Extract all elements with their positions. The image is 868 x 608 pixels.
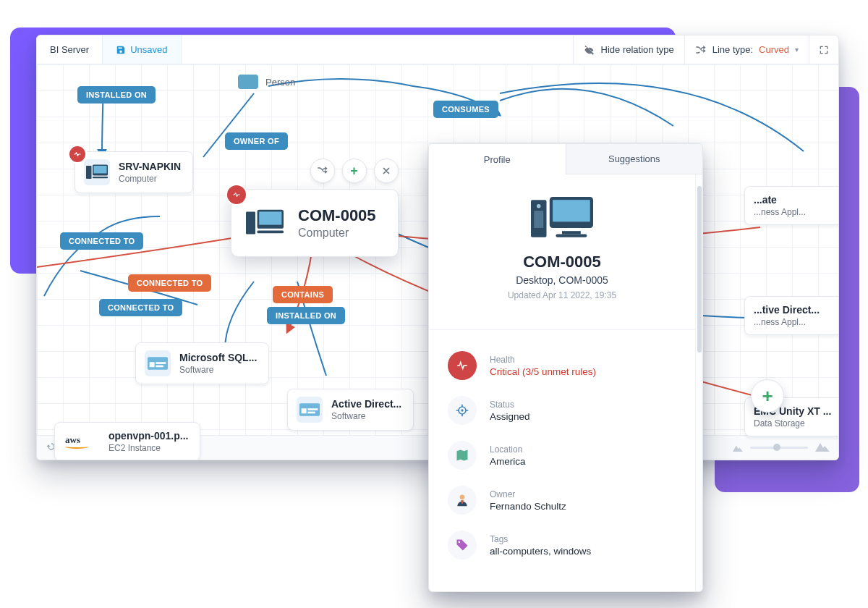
svg-rect-3	[93, 177, 108, 178]
svg-point-25	[460, 495, 465, 500]
node-edge-ad-sub: ...ness Appl...	[754, 317, 820, 327]
svg-rect-6	[156, 362, 166, 364]
panel-tab-suggestions[interactable]: Suggestions	[566, 144, 703, 174]
prop-status: Status Assigned	[448, 388, 676, 433]
prop-owner-label: Owner	[490, 489, 566, 499]
panel-tabs: Profile Suggestions	[429, 144, 702, 174]
eye-off-icon	[584, 44, 595, 56]
node-person-label: Person	[265, 77, 295, 88]
line-type-prefix: Line type:	[712, 44, 753, 55]
edge-label-installed-on-2: INSTALLED ON	[267, 307, 345, 324]
edge-label-owner-of: OWNER OF	[225, 132, 288, 150]
focal-node-com-0005[interactable]: COM-0005 Computer	[231, 189, 399, 257]
hide-relation-type-button[interactable]: Hide relation type	[573, 35, 684, 64]
tab-unsaved[interactable]: Unsaved	[103, 35, 181, 64]
edge-label-consumes: CONSUMES	[433, 101, 498, 118]
health-critical-icon	[69, 146, 85, 162]
focal-wrap: + COM-0005 Computer	[231, 159, 399, 257]
zoom-control[interactable]	[733, 442, 830, 455]
node-edge-gate[interactable]: ...ate ...ness Appl...	[744, 186, 839, 225]
aws-icon: aws	[61, 434, 100, 449]
focal-shuffle-button[interactable]	[310, 159, 335, 183]
svg-point-17	[537, 204, 541, 208]
shuffle-icon	[317, 165, 328, 177]
focal-title: COM-0005	[298, 206, 376, 225]
node-srv-napkin-sub: Computer	[119, 174, 181, 184]
computer-icon	[244, 203, 285, 243]
save-icon	[116, 45, 126, 55]
computer-icon	[448, 196, 676, 241]
node-edge-gate-title: ...ate	[754, 194, 806, 206]
node-openvpn-title: openvpn-001.p...	[109, 430, 188, 442]
svg-rect-14	[259, 211, 281, 224]
panel-title: COM-0005	[448, 253, 676, 271]
target-icon	[448, 396, 477, 425]
scrollbar-thumb[interactable]	[697, 186, 702, 352]
node-edge-gate-sub: ...ness Appl...	[754, 207, 806, 217]
mountain-small-icon	[733, 442, 743, 455]
node-ad-sub: Software	[331, 411, 401, 421]
fullscreen-button[interactable]	[809, 35, 838, 64]
prop-health-label: Health	[490, 355, 596, 365]
prop-tags-label: Tags	[490, 534, 591, 544]
software-icon	[145, 350, 171, 376]
tab-unsaved-label: Unsaved	[130, 44, 167, 55]
tab-bi-server-label: BI Server	[50, 44, 89, 55]
shuffle-icon	[695, 44, 707, 56]
svg-rect-5	[150, 362, 155, 367]
fullscreen-icon	[818, 44, 830, 56]
node-ad[interactable]: Active Direct... Software	[287, 389, 414, 431]
prop-location-label: Location	[490, 444, 526, 455]
prop-status-value: Assigned	[490, 411, 530, 422]
person-icon	[448, 486, 477, 515]
svg-rect-11	[307, 412, 315, 414]
toolbar: BI Server Unsaved Hide relation type	[37, 35, 838, 64]
node-mssql[interactable]: Microsoft SQL... Software	[135, 342, 269, 384]
node-edge-ad[interactable]: ...tive Direct... ...ness Appl...	[744, 296, 839, 335]
node-person[interactable]: Person	[237, 73, 304, 90]
panel-tab-profile[interactable]: Profile	[429, 144, 566, 174]
svg-rect-15	[258, 230, 284, 233]
panel-header: COM-0005 Desktop, COM-0005 Updated Apr 1…	[448, 196, 676, 300]
profile-panel: Profile Suggestions COM-0005 Desktop, CO…	[428, 143, 703, 592]
map-icon	[448, 441, 477, 470]
close-icon	[381, 166, 391, 176]
node-edge-emc-sub: Data Storage	[754, 418, 831, 428]
prop-status-label: Status	[490, 400, 530, 410]
prop-health: Health Critical (3/5 unmet rules)	[448, 343, 676, 388]
plus-icon: +	[350, 164, 358, 179]
computer-icon	[84, 159, 110, 185]
edge-label-connected-to-3: CONNECTED TO	[99, 299, 182, 316]
panel-subtitle: Desktop, COM-0005	[448, 274, 676, 286]
software-icon	[297, 397, 323, 423]
svg-point-26	[459, 541, 461, 544]
node-srv-napkin[interactable]: SRV-NAPKIN Computer	[75, 151, 193, 193]
prop-location: Location America	[448, 433, 676, 478]
line-type-dropdown[interactable]: Line type: Curved ▾	[684, 35, 809, 64]
panel-updated: Updated Apr 11 2022, 19:35	[448, 290, 676, 300]
panel-tab-profile-label: Profile	[484, 154, 511, 165]
svg-rect-12	[246, 211, 255, 234]
hide-relation-type-label: Hide relation type	[601, 44, 674, 55]
floating-add-button[interactable]: +	[751, 379, 784, 413]
node-openvpn-sub: EC2 Instance	[109, 443, 188, 453]
svg-rect-22	[556, 235, 587, 237]
line-type-value: Curved	[759, 44, 789, 55]
zoom-slider[interactable]	[750, 447, 808, 449]
panel-scrollbar[interactable]	[695, 174, 702, 591]
prop-owner-value: Fernando Schultz	[490, 501, 566, 512]
focal-add-button[interactable]: +	[342, 159, 367, 183]
node-mssql-sub: Software	[179, 365, 257, 375]
tab-bi-server[interactable]: BI Server	[37, 35, 103, 64]
node-ad-title: Active Direct...	[331, 398, 401, 410]
node-srv-napkin-title: SRV-NAPKIN	[119, 161, 181, 172]
focal-close-button[interactable]	[374, 159, 399, 183]
svg-rect-21	[562, 231, 581, 234]
prop-tags: Tags all-computers, windows	[448, 523, 676, 567]
health-icon	[448, 351, 477, 380]
node-openvpn[interactable]: aws openvpn-001.p... EC2 Instance	[54, 422, 200, 460]
chevron-down-icon: ▾	[795, 46, 799, 54]
prop-owner: Owner Fernando Schultz	[448, 478, 676, 523]
plus-icon: +	[762, 385, 773, 408]
svg-rect-7	[156, 366, 163, 368]
